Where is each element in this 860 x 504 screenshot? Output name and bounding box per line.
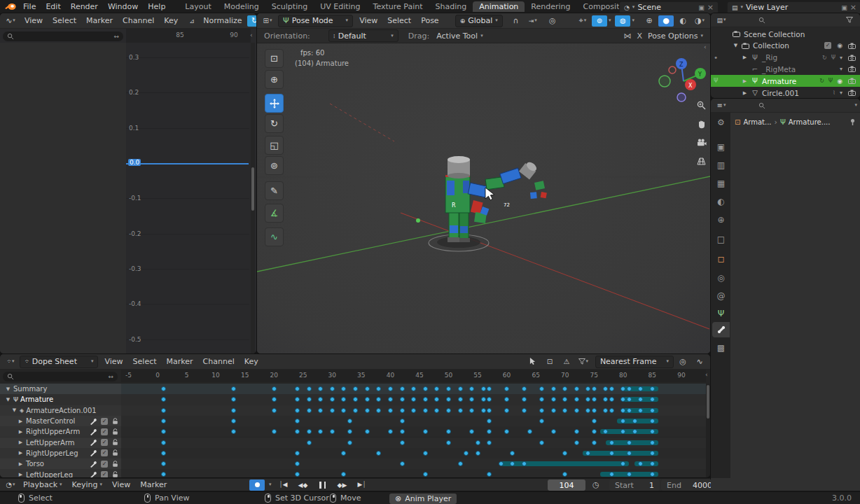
region-collapse-icon[interactable]: ‹ [250, 31, 253, 38]
keyframe[interactable] [400, 397, 405, 402]
channel-leftupperleg[interactable]: ▶LeftUpperLeg✓ [0, 469, 121, 477]
pause-button[interactable] [315, 479, 331, 491]
keyframe[interactable] [423, 408, 428, 413]
channel-enable-checkbox[interactable]: ✓ [101, 471, 108, 477]
channel-lock-icon[interactable] [112, 461, 118, 468]
keyframe[interactable] [411, 408, 416, 413]
keyframe[interactable] [562, 408, 567, 413]
keyframe[interactable] [650, 440, 655, 445]
tool-cursor-icon[interactable]: ⊕ [265, 70, 284, 89]
shading-solid-icon[interactable]: ● [658, 15, 674, 27]
keyframe[interactable] [295, 386, 300, 391]
filter-icon[interactable]: ▾ [576, 356, 591, 368]
previous-keyframe-button[interactable]: ◀◆ [296, 479, 311, 491]
tool-transform-icon[interactable]: ⊚ [265, 156, 284, 175]
keyframe[interactable] [632, 419, 637, 424]
fcurve-modifier-icon[interactable] [90, 428, 97, 435]
outliner-search-icon[interactable] [754, 15, 770, 26]
channel-rightupperarm[interactable]: ▶RightUpperArm✓ [0, 426, 121, 437]
drag-dropdown[interactable]: Active Tool▾ [436, 31, 483, 41]
timeline-menu-playback[interactable]: Playback▾ [18, 480, 67, 489]
use-preview-range-icon[interactable]: ◷ [592, 480, 599, 489]
keyframe[interactable] [609, 397, 614, 402]
dope-mode-dropdown[interactable]: ⁘ Dope Sheet▾ [20, 356, 98, 368]
outliner-row-collection[interactable]: ▼Collection✓◉ [711, 40, 860, 52]
keyframe[interactable] [161, 408, 166, 413]
start-frame-field[interactable]: Start 1 [609, 479, 660, 491]
hide-eye-icon[interactable]: ◉ [837, 42, 842, 49]
close-icon[interactable]: ⊗ [395, 494, 401, 503]
keyframe[interactable] [161, 429, 166, 434]
normalize-toggle[interactable]: Normalize [201, 16, 244, 25]
dope-scrollbar-thumb[interactable] [707, 385, 709, 419]
keyframe[interactable] [539, 440, 544, 445]
graph-frame-ruler[interactable]: 8590 [126, 29, 251, 43]
keyframe[interactable] [469, 408, 474, 413]
keyframe[interactable] [295, 461, 300, 466]
channel-rightupperleg[interactable]: ▶RightUpperLeg✓ [0, 448, 121, 458]
properties-tab-render-icon[interactable]: ▣ [712, 139, 730, 155]
keyframe-hold-bar[interactable] [501, 461, 629, 466]
keyframe[interactable] [400, 429, 405, 434]
keyframe[interactable] [464, 451, 469, 456]
keyframe[interactable] [650, 461, 655, 466]
channel-armature[interactable]: ▼ΨArmature [0, 394, 121, 405]
tab-modeling[interactable]: Modeling [218, 1, 265, 12]
keyframe[interactable] [400, 408, 405, 413]
keyframe[interactable] [307, 408, 312, 413]
properties-tab-constraints-icon[interactable]: @ [712, 288, 730, 304]
keyframe[interactable] [627, 451, 632, 456]
pin-icon[interactable] [849, 118, 856, 126]
graph-scrollbar[interactable] [251, 43, 255, 354]
keyframe[interactable] [609, 451, 614, 456]
keyframe[interactable] [307, 397, 312, 402]
breadcrumb-object[interactable]: Armat... [743, 118, 771, 126]
properties-tab-collection-icon[interactable]: □ [712, 232, 730, 247]
tool-annotate-icon[interactable]: ✎ [265, 181, 284, 200]
keyframe[interactable] [650, 408, 655, 413]
keyframe[interactable] [365, 408, 370, 413]
keyframe[interactable] [231, 386, 236, 391]
channel-enable-checkbox[interactable]: ✓ [101, 449, 108, 456]
proportional-editing-icon[interactable]: ◎ [545, 15, 560, 27]
fcurve-modifier-icon[interactable] [90, 439, 97, 446]
keyframe[interactable] [592, 440, 597, 445]
keyframe[interactable] [650, 419, 655, 424]
channel-torso[interactable]: ▶Torso✓ [0, 458, 121, 469]
graph-menu-marker[interactable]: Marker [81, 16, 118, 25]
keyframe[interactable] [592, 408, 597, 413]
shading-material-icon[interactable]: ◐ [675, 15, 691, 27]
keyframe[interactable] [627, 408, 632, 413]
dope-keyframe-area[interactable] [121, 384, 706, 477]
outliner-row-scene-collection[interactable]: Scene Collection [711, 28, 860, 40]
keyframe[interactable] [272, 408, 277, 413]
keyframe[interactable] [650, 386, 655, 391]
channel-enable-checkbox[interactable]: ✓ [101, 428, 108, 435]
graph-menu-key[interactable]: Key [159, 16, 183, 25]
disable-chevron-icon[interactable]: ▾ [840, 66, 842, 72]
dope-proportional-icon[interactable]: ◎ [675, 356, 691, 368]
dope-editor-type-icon[interactable]: ⁘▾ [3, 356, 18, 368]
menu-render[interactable]: Render [66, 2, 103, 11]
channel-enable-checkbox[interactable]: ✓ [101, 439, 108, 446]
tab-sculpting[interactable]: Sculpting [265, 1, 314, 12]
keyframe[interactable] [539, 419, 544, 424]
keyframe[interactable] [318, 408, 323, 413]
sidebar-collapse-icon[interactable]: ‹ [704, 43, 707, 50]
show-overlays-icon[interactable]: ⊚ [592, 15, 607, 27]
keyframe[interactable] [161, 461, 166, 466]
falloff-curve-icon[interactable]: ∿ [692, 356, 707, 368]
keyframe[interactable] [609, 386, 614, 391]
keyframe[interactable] [400, 440, 405, 445]
expand-icon[interactable]: ▼ [733, 43, 739, 48]
properties-tab-tool-icon[interactable]: ⚙ [712, 115, 730, 130]
keyframe[interactable] [161, 419, 166, 424]
tweak-cursor-icon[interactable] [525, 356, 541, 368]
properties-tab-view-layer-icon[interactable]: ▦ [712, 176, 730, 191]
keyframe[interactable] [446, 408, 451, 413]
keyframe[interactable] [365, 429, 370, 434]
tab-uv-editing[interactable]: UV Editing [314, 1, 366, 12]
tool-move-icon[interactable] [265, 94, 284, 113]
next-keyframe-button[interactable]: ◆▶ [335, 479, 350, 491]
keyframe[interactable] [347, 440, 352, 445]
